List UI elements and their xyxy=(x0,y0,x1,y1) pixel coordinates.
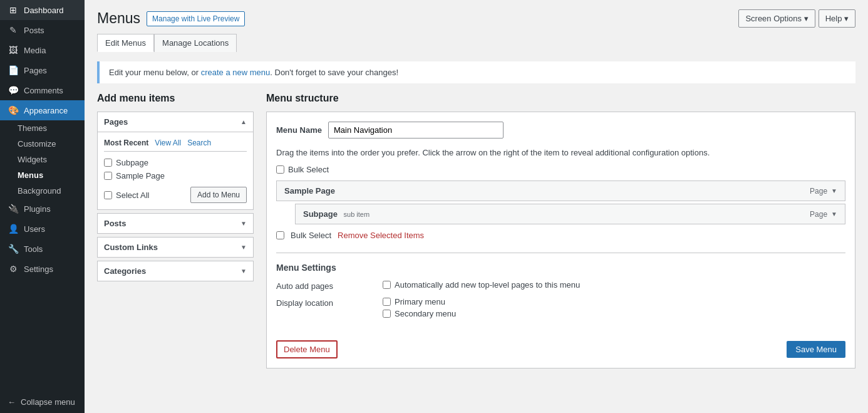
sidebar-item-settings[interactable]: ⚙ Settings xyxy=(0,259,85,279)
sidebar-item-pages[interactable]: 📄 Pages xyxy=(0,60,85,80)
pages-tab-most-recent[interactable]: Most Recent xyxy=(104,139,148,147)
menu-item-sample-page: Sample Page Page ▼ xyxy=(276,180,845,201)
save-menu-button[interactable]: Save Menu xyxy=(787,341,845,358)
display-location-row: Display location Primary menu Secondary … xyxy=(276,297,845,318)
sidebar-item-plugins[interactable]: 🔌 Plugins xyxy=(0,199,85,219)
sidebar-item-label: Users xyxy=(24,224,45,234)
menu-item-subpage-chevron-icon[interactable]: ▼ xyxy=(831,211,837,217)
pages-check-sample-page[interactable]: Sample Page xyxy=(104,171,247,180)
tab-manage-locations[interactable]: Manage Locations xyxy=(154,34,237,52)
sidebar-item-posts[interactable]: ✎ Posts xyxy=(0,20,85,40)
appearance-submenu: Themes Customize Widgets Menus Backgroun… xyxy=(0,120,85,199)
live-preview-button[interactable]: Manage with Live Preview xyxy=(147,11,245,26)
delete-menu-button[interactable]: Delete Menu xyxy=(276,340,338,358)
posts-accordion: Posts ▼ xyxy=(97,213,254,234)
posts-accordion-header[interactable]: Posts ▼ xyxy=(98,214,253,233)
menu-item-subpage-right: Page ▼ xyxy=(810,210,837,219)
primary-menu-checkbox[interactable] xyxy=(383,298,391,306)
pages-icon: 📄 xyxy=(8,65,19,75)
sidebar-item-comments[interactable]: 💬 Comments xyxy=(0,80,85,100)
pages-accordion-header[interactable]: Pages ▲ xyxy=(98,112,253,132)
posts-chevron-icon: ▼ xyxy=(240,220,247,227)
sidebar-item-menus[interactable]: Menus xyxy=(0,167,85,183)
primary-menu-check[interactable]: Primary menu xyxy=(383,297,456,306)
media-icon: 🖼 xyxy=(8,45,19,55)
pages-chevron-icon: ▲ xyxy=(240,118,247,125)
menu-item-subpage-sublabel: sub item xyxy=(344,211,370,218)
auto-add-pages-label: Auto add pages xyxy=(276,280,370,291)
tools-icon: 🔧 xyxy=(8,244,19,254)
sidebar-item-widgets[interactable]: Widgets xyxy=(0,152,85,167)
menu-item-sample-page-chevron-icon[interactable]: ▼ xyxy=(831,187,837,194)
pages-check-sample-page-input[interactable] xyxy=(104,172,112,180)
pages-tab-view-all[interactable]: View All xyxy=(155,139,181,147)
collapse-icon: ← xyxy=(8,397,16,407)
pages-tab-search[interactable]: Search xyxy=(187,139,211,147)
menu-item-subpage: Subpage sub item Page ▼ xyxy=(295,204,845,224)
custom-links-accordion-header[interactable]: Custom Links ▼ xyxy=(98,238,253,257)
menu-structure-title: Menu structure xyxy=(266,93,855,104)
custom-links-accordion: Custom Links ▼ xyxy=(97,237,254,258)
sidebar-item-appearance[interactable]: 🎨 Appearance xyxy=(0,100,85,120)
help-button[interactable]: Help ▾ xyxy=(819,9,855,28)
menu-item-sample-page-type: Page xyxy=(810,187,827,196)
collapse-menu[interactable]: ← Collapse menu xyxy=(0,392,85,413)
users-icon: 👤 xyxy=(8,224,19,234)
menu-tabs: Edit Menus Manage Locations xyxy=(97,34,855,52)
auto-add-pages-check[interactable]: Automatically add new top-level pages to… xyxy=(383,280,580,290)
sidebar-item-label: Plugins xyxy=(24,204,51,214)
settings-icon: ⚙ xyxy=(8,264,19,274)
menu-settings: Menu Settings Auto add pages Automatical… xyxy=(276,253,845,318)
select-all-label[interactable]: Select All xyxy=(104,191,149,200)
drag-instructions: Drag the items into the order you prefer… xyxy=(276,148,845,157)
comments-icon: 💬 xyxy=(8,85,19,95)
menu-structure-panel: Menu structure Menu Name Drag the items … xyxy=(266,93,855,369)
menu-name-row: Menu Name xyxy=(276,122,845,139)
sidebar-item-background[interactable]: Background xyxy=(0,183,85,199)
menu-item-subpage-label: Subpage xyxy=(303,209,338,219)
bulk-select-top-checkbox[interactable] xyxy=(276,165,284,174)
sidebar-item-tools[interactable]: 🔧 Tools xyxy=(0,239,85,259)
main-content: Menus Manage with Live Preview Screen Op… xyxy=(85,0,868,413)
add-menu-items-panel: Add menu items Pages ▲ Most Recent View … xyxy=(97,93,254,369)
tab-edit-menus[interactable]: Edit Menus xyxy=(97,34,154,52)
notice-bar: Edit your menu below, or create a new me… xyxy=(97,61,855,83)
bulk-select-top-label: Bulk Select xyxy=(288,165,329,174)
add-to-menu-button[interactable]: Add to Menu xyxy=(190,187,247,203)
create-new-menu-link[interactable]: create a new menu xyxy=(201,68,271,77)
sidebar: ⊞ Dashboard ✎ Posts 🖼 Media 📄 Pages 💬 Co… xyxy=(0,0,85,413)
categories-chevron-icon: ▼ xyxy=(240,268,247,274)
pages-check-subpage[interactable]: Subpage xyxy=(104,158,247,167)
sidebar-item-users[interactable]: 👤 Users xyxy=(0,219,85,239)
sidebar-item-label: Comments xyxy=(24,86,63,95)
select-all-checkbox[interactable] xyxy=(104,191,112,199)
pages-check-subpage-input[interactable] xyxy=(104,159,112,167)
appearance-icon: 🎨 xyxy=(8,105,19,115)
sidebar-item-label: Settings xyxy=(24,264,53,274)
screen-options-button[interactable]: Screen Options ▾ xyxy=(738,9,815,28)
bulk-select-bottom: Bulk Select Remove Selected Items xyxy=(276,231,845,240)
pages-check-list: Subpage Sample Page xyxy=(104,158,247,180)
sidebar-item-themes[interactable]: Themes xyxy=(0,120,85,136)
secondary-menu-checkbox[interactable] xyxy=(383,310,391,318)
sidebar-item-label: Tools xyxy=(24,244,43,254)
sidebar-item-label: Media xyxy=(24,46,46,55)
sidebar-item-dashboard[interactable]: ⊞ Dashboard xyxy=(0,0,85,20)
menu-settings-title: Menu Settings xyxy=(276,263,845,273)
categories-accordion-header[interactable]: Categories ▼ xyxy=(98,261,253,281)
pages-accordion-body: Most Recent View All Search Subpage xyxy=(98,132,253,209)
sidebar-item-media[interactable]: 🖼 Media xyxy=(0,40,85,60)
secondary-menu-check[interactable]: Secondary menu xyxy=(383,309,456,318)
menu-name-input[interactable] xyxy=(328,122,504,139)
menu-name-label: Menu Name xyxy=(276,125,322,135)
menu-item-sample-page-right: Page ▼ xyxy=(810,187,837,196)
bulk-select-bottom-checkbox[interactable] xyxy=(276,231,284,239)
menu-item-sample-page-label: Sample Page xyxy=(284,186,335,196)
display-location-values: Primary menu Secondary menu xyxy=(383,297,456,318)
sidebar-item-customize[interactable]: Customize xyxy=(0,136,85,152)
pages-accordion: Pages ▲ Most Recent View All Search S xyxy=(97,112,254,210)
sidebar-item-label: Appearance xyxy=(24,106,68,115)
menu-bottom-bar: Delete Menu Save Menu xyxy=(276,331,845,358)
remove-selected-items-link[interactable]: Remove Selected Items xyxy=(338,231,424,240)
auto-add-pages-checkbox[interactable] xyxy=(383,281,391,289)
